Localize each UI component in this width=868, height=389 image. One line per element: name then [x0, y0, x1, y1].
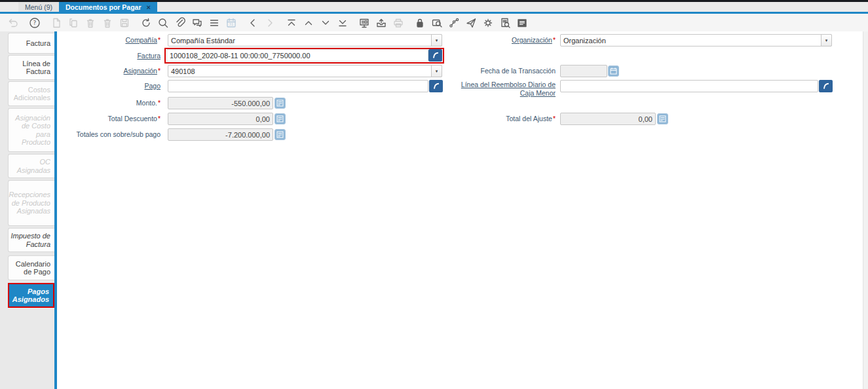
sidebar-tab-factura[interactable]: Factura	[8, 33, 54, 54]
undo-icon	[5, 15, 21, 31]
totales-sobre-sub-pago-input: -7.200.000,00	[168, 128, 273, 141]
report-icon[interactable]	[356, 15, 372, 31]
sidebar-tab-costos-adicionales: Costos Adicionales	[8, 81, 54, 106]
total-ajuste-input: 0,00	[560, 113, 656, 125]
sidebar-accent-bar	[54, 31, 57, 389]
find-icon[interactable]	[155, 15, 171, 31]
fecha-transaccion-input	[560, 65, 607, 77]
linea-reembolso-input[interactable]	[560, 80, 818, 92]
sidebar-tab-recepciones-de-producto-asignadas: Recepciones de Producto Asignadas	[8, 180, 54, 226]
sidebar-tab-label: Asignación de Costo para Producto	[10, 114, 50, 147]
sidebar-tab-label: Impuesto de Factura	[10, 232, 50, 248]
calculator-icon[interactable]	[274, 129, 286, 140]
pago-label[interactable]: Pago	[59, 80, 160, 92]
refresh-icon[interactable]	[138, 15, 154, 31]
main-content: Factura Línea de Factura Costos Adiciona…	[0, 31, 868, 389]
tab-menu-label: Menú (9)	[25, 3, 52, 11]
sidebar-tab-label: Calendario de Pago	[10, 260, 50, 276]
previous-record-icon[interactable]	[301, 15, 316, 31]
sidebar-tab-calendario-de-pago[interactable]: Calendario de Pago	[8, 255, 54, 280]
chevron-down-icon[interactable]: ▾	[431, 65, 442, 77]
sidebar: Factura Línea de Factura Costos Adiciona…	[0, 31, 54, 389]
delete-selection-icon	[100, 15, 115, 31]
chevron-down-icon[interactable]: ▾	[431, 34, 442, 46]
copy-record-icon	[66, 15, 81, 31]
send-icon[interactable]	[463, 15, 479, 31]
pago-search-button[interactable]	[429, 80, 443, 92]
parent-record-icon[interactable]	[245, 15, 261, 31]
svg-text:?: ?	[33, 20, 37, 26]
workflow-icon[interactable]	[446, 15, 462, 31]
factura-label[interactable]: Factura	[59, 50, 160, 62]
sidebar-tab-label: OC Asignadas	[10, 158, 50, 174]
calculator-icon[interactable]	[657, 113, 668, 124]
tab-label: Documentos por Pagar	[66, 3, 142, 11]
attachment-icon[interactable]	[172, 15, 188, 31]
sidebar-tab-impuesto-de-factura[interactable]: Impuesto de Factura	[8, 228, 54, 252]
print-icon	[390, 15, 406, 31]
process-icon[interactable]	[480, 15, 496, 31]
calendar-picker-icon[interactable]	[608, 65, 619, 77]
compania-label[interactable]: Compañía*	[59, 34, 160, 46]
sidebar-tab-label: Costos Adicionales	[10, 86, 50, 102]
archive-icon[interactable]	[373, 15, 389, 31]
asignacion-select[interactable]: 490108	[168, 65, 442, 77]
sidebar-tab-asignacion-de-costo-para-producto: Asignación de Costo para Producto	[8, 108, 54, 152]
sidebar-tab-label: Recepciones de Producto Asignadas	[9, 191, 50, 215]
help-icon[interactable]: ?	[27, 15, 43, 31]
organizacion-label[interactable]: Organización*	[459, 34, 556, 46]
zoom-across-icon[interactable]	[429, 15, 445, 31]
asignacion-label[interactable]: Asignación*	[59, 65, 160, 77]
quick-form-icon[interactable]	[514, 15, 530, 31]
lock-icon[interactable]	[412, 15, 428, 31]
monto-input: -550.000,00	[168, 97, 273, 109]
sidebar-tab-label: Factura	[26, 39, 50, 48]
app-window: Menú (9) Documentos por Pagar × ? 31	[0, 0, 868, 389]
toolbar: ? 31	[0, 14, 868, 31]
calculator-icon[interactable]	[274, 98, 286, 109]
window-tabbar: Menú (9) Documentos por Pagar ×	[0, 2, 868, 12]
calendar-icon: 31	[223, 15, 239, 31]
sidebar-tab-oc-asignadas: OC Asignadas	[8, 154, 54, 178]
tab-documentos-por-pagar[interactable]: Documentos por Pagar ×	[59, 2, 157, 12]
close-icon[interactable]: ×	[147, 4, 151, 10]
save-icon	[117, 15, 132, 31]
grid-toggle-icon[interactable]	[206, 15, 222, 31]
monto-label: Monto.*	[59, 97, 160, 109]
first-record-icon[interactable]	[284, 15, 299, 31]
chat-icon[interactable]	[189, 15, 205, 31]
sidebar-tab-label: Línea de Factura	[10, 60, 50, 76]
total-descuento-label: Total Descuento*	[59, 113, 160, 125]
tab-menu[interactable]: Menú (9)	[18, 2, 59, 12]
chevron-down-icon[interactable]: ▾	[821, 34, 832, 46]
export-icon[interactable]	[497, 15, 513, 31]
next-record-icon[interactable]	[318, 15, 333, 31]
factura-search-button[interactable]	[428, 49, 442, 62]
new-record-icon	[48, 15, 64, 31]
vertical-scrollbar[interactable]	[863, 31, 868, 389]
svg-text:31: 31	[229, 22, 234, 26]
detail-record-icon	[262, 15, 278, 31]
linea-reembolso-label[interactable]: Línea del Reembolso Diario de Caja Menor	[459, 81, 556, 98]
sidebar-tab-label: Pagos Asignados	[11, 287, 49, 304]
organizacion-select[interactable]: Organización	[560, 34, 832, 46]
delete-record-icon	[83, 15, 98, 31]
linea-reembolso-search-button[interactable]	[819, 80, 833, 92]
sidebar-tab-linea-de-factura[interactable]: Línea de Factura	[8, 55, 54, 80]
fecha-transaccion-label: Fecha de la Transacción	[459, 65, 556, 77]
compania-select[interactable]: Compañía Estándar	[168, 34, 442, 46]
totales-sobre-sub-pago-label: Totales con sobre/sub pago	[59, 128, 160, 141]
last-record-icon[interactable]	[335, 15, 350, 31]
total-ajuste-label: Total del Ajuste*	[459, 113, 556, 125]
sidebar-tab-pagos-asignados[interactable]: Pagos Asignados	[8, 283, 54, 308]
factura-input[interactable]: 1000108_2020-08-11 00:00:00_7750000.00	[166, 49, 428, 62]
calculator-icon[interactable]	[274, 113, 286, 124]
pago-input[interactable]	[168, 80, 428, 92]
total-descuento-input: 0,00	[168, 113, 273, 125]
